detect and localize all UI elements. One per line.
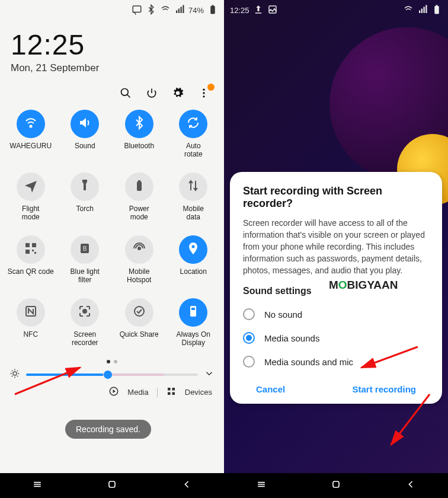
svg-rect-30 <box>172 388 175 391</box>
svg-point-24 <box>83 309 87 313</box>
tile-label: Bluetooth <box>121 142 156 150</box>
tile-quickshare[interactable]: Quick Share <box>112 298 167 357</box>
hotspot-icon <box>132 241 146 258</box>
bluetooth-icon <box>132 116 146 132</box>
battery-percent: 74% <box>188 6 204 15</box>
svg-point-7 <box>121 89 129 96</box>
airplane-icon <box>24 178 38 195</box>
tile-sound[interactable]: Sound <box>58 110 113 169</box>
devices-button[interactable]: Devices <box>185 388 212 397</box>
tile-label: Torch <box>74 205 96 213</box>
bluetooth-status-icon <box>146 4 156 17</box>
tile-label: Blue lightfilter <box>68 267 102 284</box>
status-time: 12:25 <box>230 6 249 15</box>
snackbar-recording-saved: Recording saved. <box>65 420 151 439</box>
nav-home-icon[interactable] <box>106 478 118 493</box>
radio-icon <box>243 308 255 320</box>
svg-rect-5 <box>210 6 215 14</box>
status-bar: 74% <box>0 0 224 20</box>
tile-label: NFC <box>21 330 40 339</box>
svg-rect-26 <box>191 308 195 310</box>
phone-right-dialog: 12:25 Start recording with Screen record… <box>224 0 448 498</box>
svg-rect-14 <box>25 243 30 247</box>
quick-tiles-grid: WAHEGURU Sound Bluetooth Autorotate Flig… <box>0 107 224 357</box>
tile-nfc[interactable]: NFC <box>4 298 58 357</box>
svg-rect-15 <box>32 243 36 247</box>
tile-flightmode[interactable]: Flightmode <box>4 173 58 232</box>
status-bar: 12:25 <box>224 0 448 20</box>
tile-hotspot[interactable]: MobileHotspot <box>112 235 167 295</box>
divider <box>157 388 158 397</box>
tile-label: Quick Share <box>117 330 161 339</box>
brightness-icon <box>9 368 20 381</box>
bluelight-icon: B <box>78 241 92 258</box>
radio-option-mediasounds[interactable]: Media sounds <box>243 326 429 350</box>
android-navbar <box>224 473 448 498</box>
nav-back-icon[interactable] <box>405 478 417 493</box>
brightness-slider[interactable] <box>26 374 198 376</box>
svg-rect-36 <box>421 8 423 13</box>
tile-mobiledata[interactable]: Mobiledata <box>167 173 221 232</box>
dialog-title: Start recording with Screen recorder? <box>243 185 429 210</box>
radio-option-nosound[interactable]: No sound <box>243 302 429 326</box>
radio-icon <box>243 332 255 344</box>
tile-autorotate[interactable]: Autorotate <box>167 110 221 169</box>
nav-home-icon[interactable] <box>330 478 342 493</box>
quickshare-icon <box>132 304 146 321</box>
gear-icon[interactable] <box>172 87 184 101</box>
clock-date: Mon, 21 September <box>11 62 213 74</box>
tile-wifi[interactable]: WAHEGURU <box>4 110 58 169</box>
svg-point-21 <box>138 247 140 250</box>
upload-icon <box>253 4 264 17</box>
svg-point-8 <box>203 89 204 91</box>
more-icon[interactable] <box>198 87 210 101</box>
radio-label: Media sounds <box>264 333 319 343</box>
nfc-icon <box>24 304 38 321</box>
cancel-button[interactable]: Cancel <box>256 384 285 394</box>
svg-rect-31 <box>168 392 171 395</box>
tile-label: MobileHotspot <box>124 267 153 284</box>
tile-location[interactable]: Location <box>167 235 221 295</box>
tile-aod[interactable]: Always OnDisplay <box>167 298 221 357</box>
image-icon <box>267 4 278 17</box>
tile-screenrecorder[interactable]: Screenrecorder <box>58 298 113 357</box>
svg-rect-12 <box>137 181 142 191</box>
start-recording-button[interactable]: Start recording <box>352 384 416 394</box>
svg-rect-3 <box>180 7 181 13</box>
tile-label: Location <box>178 267 209 276</box>
tile-powermode[interactable]: Powermode <box>112 173 167 232</box>
nav-recents-icon[interactable] <box>31 478 43 493</box>
svg-rect-13 <box>138 180 140 181</box>
tile-label: Mobiledata <box>181 205 206 221</box>
svg-rect-32 <box>172 392 175 395</box>
tile-qrcode[interactable]: Scan QR code <box>4 235 58 295</box>
chevron-down-icon[interactable] <box>204 368 215 381</box>
watermark-text: M <box>329 279 338 291</box>
svg-rect-29 <box>168 388 171 391</box>
svg-rect-39 <box>434 6 439 14</box>
nav-recents-icon[interactable] <box>255 478 267 493</box>
autorotate-icon <box>186 116 200 132</box>
svg-rect-40 <box>436 5 438 6</box>
battery-icon <box>207 4 218 17</box>
svg-rect-2 <box>178 8 180 13</box>
nav-back-icon[interactable] <box>181 478 193 493</box>
radio-option-mediasounds-mic[interactable]: Media sounds and mic <box>243 350 429 374</box>
svg-rect-37 <box>424 7 425 13</box>
svg-rect-38 <box>425 5 427 13</box>
media-button[interactable]: Media <box>127 388 148 397</box>
svg-rect-33 <box>109 481 115 487</box>
tile-torch[interactable]: Torch <box>58 173 113 232</box>
tile-label: Always OnDisplay <box>174 330 213 347</box>
wifi-icon <box>24 116 38 132</box>
tile-bluetooth[interactable]: Bluetooth <box>112 110 167 169</box>
devices-grid-icon <box>166 386 177 398</box>
power-icon[interactable] <box>146 87 158 101</box>
location-icon <box>186 241 200 258</box>
svg-rect-18 <box>34 252 36 254</box>
svg-rect-6 <box>212 5 214 6</box>
phone-left-quicksettings: 74% 12:25 Mon, 21 September WAHEGU <box>0 0 224 498</box>
search-icon[interactable] <box>120 87 132 101</box>
tile-bluelight[interactable]: BBlue lightfilter <box>58 235 113 295</box>
cast-icon <box>132 4 142 17</box>
